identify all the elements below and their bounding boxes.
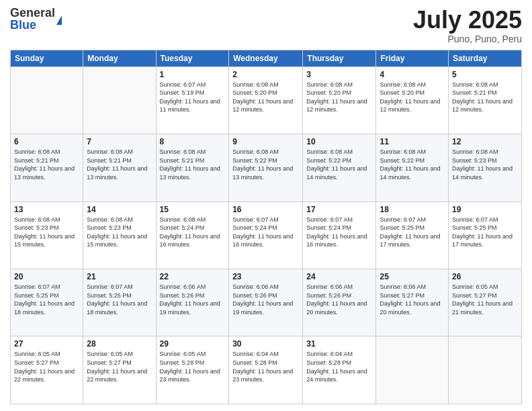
day-info: Sunrise: 6:08 AMSunset: 5:20 PMDaylight:…	[232, 81, 299, 114]
day-number: 28	[87, 339, 152, 349]
weekday-header: Tuesday	[156, 50, 229, 66]
page: General Blue July 2025 Puno, Puno, Peru …	[0, 0, 532, 411]
calendar-cell: 1Sunrise: 6:07 AMSunset: 5:19 PMDaylight…	[156, 66, 229, 134]
day-info: Sunrise: 6:06 AMSunset: 5:26 PMDaylight:…	[232, 283, 299, 316]
weekday-header: Saturday	[449, 50, 522, 66]
day-info: Sunrise: 6:07 AMSunset: 5:24 PMDaylight:…	[306, 216, 372, 249]
day-info: Sunrise: 6:06 AMSunset: 5:26 PMDaylight:…	[306, 283, 372, 316]
day-info: Sunrise: 6:07 AMSunset: 5:25 PMDaylight:…	[14, 283, 79, 316]
weekday-header: Wednesday	[229, 50, 303, 66]
day-info: Sunrise: 6:08 AMSunset: 5:21 PMDaylight:…	[452, 81, 518, 114]
day-number: 20	[14, 272, 79, 281]
calendar-cell: 6Sunrise: 6:08 AMSunset: 5:21 PMDaylight…	[11, 134, 83, 201]
calendar-cell	[11, 66, 83, 134]
calendar-cell: 14Sunrise: 6:08 AMSunset: 5:23 PMDayligh…	[83, 201, 156, 269]
calendar-cell: 16Sunrise: 6:07 AMSunset: 5:24 PMDayligh…	[229, 201, 303, 269]
header: General Blue July 2025 Puno, Puno, Peru	[10, 7, 522, 44]
calendar-week-row: 13Sunrise: 6:08 AMSunset: 5:23 PMDayligh…	[11, 201, 522, 269]
day-info: Sunrise: 6:07 AMSunset: 5:25 PMDaylight:…	[87, 283, 152, 316]
calendar-cell: 26Sunrise: 6:05 AMSunset: 5:27 PMDayligh…	[449, 269, 522, 336]
day-info: Sunrise: 6:08 AMSunset: 5:20 PMDaylight:…	[306, 81, 372, 114]
day-number: 13	[14, 205, 79, 214]
day-number: 15	[160, 205, 226, 214]
day-number: 23	[232, 272, 299, 281]
calendar-cell: 30Sunrise: 6:04 AMSunset: 5:28 PMDayligh…	[229, 336, 303, 404]
day-info: Sunrise: 6:04 AMSunset: 5:28 PMDaylight:…	[306, 350, 372, 383]
calendar-cell: 4Sunrise: 6:08 AMSunset: 5:20 PMDaylight…	[376, 66, 449, 134]
calendar-cell: 28Sunrise: 6:05 AMSunset: 5:27 PMDayligh…	[83, 336, 156, 404]
title-block: July 2025 Puno, Puno, Peru	[413, 7, 522, 44]
day-info: Sunrise: 6:08 AMSunset: 5:21 PMDaylight:…	[14, 148, 79, 181]
day-number: 16	[232, 205, 299, 214]
day-info: Sunrise: 6:08 AMSunset: 5:23 PMDaylight:…	[87, 216, 152, 249]
calendar-cell: 18Sunrise: 6:07 AMSunset: 5:25 PMDayligh…	[376, 201, 449, 269]
calendar-cell: 15Sunrise: 6:08 AMSunset: 5:24 PMDayligh…	[156, 201, 229, 269]
calendar-week-row: 1Sunrise: 6:07 AMSunset: 5:19 PMDaylight…	[11, 66, 522, 134]
calendar-cell: 20Sunrise: 6:07 AMSunset: 5:25 PMDayligh…	[11, 269, 83, 336]
day-number: 24	[306, 272, 372, 281]
calendar-week-row: 6Sunrise: 6:08 AMSunset: 5:21 PMDaylight…	[11, 134, 522, 201]
day-info: Sunrise: 6:05 AMSunset: 5:27 PMDaylight:…	[14, 350, 79, 383]
day-info: Sunrise: 6:06 AMSunset: 5:26 PMDaylight:…	[160, 283, 226, 316]
day-info: Sunrise: 6:04 AMSunset: 5:28 PMDaylight:…	[232, 350, 299, 383]
day-info: Sunrise: 6:08 AMSunset: 5:22 PMDaylight:…	[380, 148, 445, 181]
day-number: 21	[87, 272, 152, 281]
day-number: 7	[87, 137, 152, 146]
weekday-header: Thursday	[303, 50, 376, 66]
day-number: 3	[306, 70, 372, 79]
calendar-cell: 19Sunrise: 6:07 AMSunset: 5:25 PMDayligh…	[449, 201, 522, 269]
day-number: 22	[160, 272, 226, 281]
logo-general: General	[10, 7, 55, 19]
calendar-cell: 7Sunrise: 6:08 AMSunset: 5:21 PMDaylight…	[83, 134, 156, 201]
day-number: 1	[160, 70, 226, 79]
day-number: 2	[232, 70, 299, 79]
logo-blue: Blue	[10, 19, 55, 31]
day-info: Sunrise: 6:08 AMSunset: 5:22 PMDaylight:…	[232, 148, 299, 181]
calendar-cell: 31Sunrise: 6:04 AMSunset: 5:28 PMDayligh…	[303, 336, 376, 404]
day-info: Sunrise: 6:07 AMSunset: 5:25 PMDaylight:…	[452, 216, 518, 249]
calendar-cell: 2Sunrise: 6:08 AMSunset: 5:20 PMDaylight…	[229, 66, 303, 134]
calendar-cell: 21Sunrise: 6:07 AMSunset: 5:25 PMDayligh…	[83, 269, 156, 336]
weekday-header: Sunday	[11, 50, 83, 66]
day-number: 9	[232, 137, 299, 146]
weekday-header-row: SundayMondayTuesdayWednesdayThursdayFrid…	[11, 50, 522, 66]
day-number: 11	[380, 137, 445, 146]
day-number: 6	[14, 137, 79, 146]
day-number: 10	[306, 137, 372, 146]
weekday-header: Monday	[83, 50, 156, 66]
logo: General Blue	[10, 7, 62, 31]
day-number: 31	[306, 339, 372, 349]
calendar-cell: 29Sunrise: 6:05 AMSunset: 5:28 PMDayligh…	[156, 336, 229, 404]
day-number: 8	[160, 137, 226, 146]
day-number: 30	[232, 339, 299, 349]
calendar-cell	[376, 336, 449, 404]
title-location: Puno, Puno, Peru	[413, 34, 522, 44]
day-info: Sunrise: 6:05 AMSunset: 5:27 PMDaylight:…	[452, 283, 518, 316]
day-info: Sunrise: 6:08 AMSunset: 5:22 PMDaylight:…	[306, 148, 372, 181]
calendar-cell: 22Sunrise: 6:06 AMSunset: 5:26 PMDayligh…	[156, 269, 229, 336]
calendar-cell: 3Sunrise: 6:08 AMSunset: 5:20 PMDaylight…	[303, 66, 376, 134]
calendar-cell: 8Sunrise: 6:08 AMSunset: 5:21 PMDaylight…	[156, 134, 229, 201]
calendar-cell: 9Sunrise: 6:08 AMSunset: 5:22 PMDaylight…	[229, 134, 303, 201]
day-number: 17	[306, 205, 372, 214]
day-info: Sunrise: 6:08 AMSunset: 5:24 PMDaylight:…	[160, 216, 226, 249]
day-info: Sunrise: 6:07 AMSunset: 5:24 PMDaylight:…	[232, 216, 299, 249]
day-number: 5	[452, 70, 518, 79]
day-info: Sunrise: 6:08 AMSunset: 5:21 PMDaylight:…	[87, 148, 152, 181]
day-number: 18	[380, 205, 445, 214]
day-info: Sunrise: 6:08 AMSunset: 5:20 PMDaylight:…	[380, 81, 445, 114]
day-info: Sunrise: 6:07 AMSunset: 5:19 PMDaylight:…	[160, 81, 226, 114]
weekday-header: Friday	[376, 50, 449, 66]
day-number: 26	[452, 272, 518, 281]
calendar-cell: 17Sunrise: 6:07 AMSunset: 5:24 PMDayligh…	[303, 201, 376, 269]
day-info: Sunrise: 6:07 AMSunset: 5:25 PMDaylight:…	[380, 216, 445, 249]
day-number: 29	[160, 339, 226, 349]
calendar-cell: 23Sunrise: 6:06 AMSunset: 5:26 PMDayligh…	[229, 269, 303, 336]
calendar-table: SundayMondayTuesdayWednesdayThursdayFrid…	[10, 50, 522, 404]
day-number: 14	[87, 205, 152, 214]
calendar-cell	[83, 66, 156, 134]
calendar-week-row: 27Sunrise: 6:05 AMSunset: 5:27 PMDayligh…	[11, 336, 522, 404]
logo-triangle-icon	[56, 15, 62, 25]
day-info: Sunrise: 6:05 AMSunset: 5:28 PMDaylight:…	[160, 350, 226, 383]
calendar-week-row: 20Sunrise: 6:07 AMSunset: 5:25 PMDayligh…	[11, 269, 522, 336]
